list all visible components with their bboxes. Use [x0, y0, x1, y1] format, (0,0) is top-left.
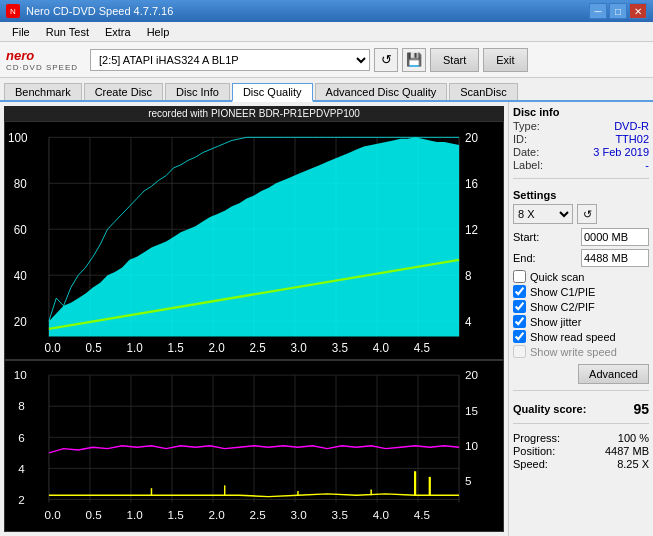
show-read-speed-checkbox[interactable] — [513, 330, 526, 343]
type-value: DVD-R — [614, 120, 649, 132]
tab-bar: Benchmark Create Disc Disc Info Disc Qua… — [0, 78, 653, 102]
label-value: - — [645, 159, 649, 171]
svg-text:20: 20 — [465, 131, 478, 145]
window-title: Nero CD-DVD Speed 4.7.7.16 — [26, 5, 173, 17]
date-label: Date: — [513, 146, 539, 158]
svg-text:3.5: 3.5 — [332, 341, 349, 355]
svg-text:0.0: 0.0 — [45, 341, 62, 355]
menu-help[interactable]: Help — [139, 24, 178, 40]
svg-text:4.0: 4.0 — [373, 341, 390, 355]
svg-text:4.0: 4.0 — [373, 510, 389, 522]
menu-file[interactable]: File — [4, 24, 38, 40]
menu-bar: File Run Test Extra Help — [0, 22, 653, 42]
settings-title: Settings — [513, 189, 649, 201]
position-value: 4487 MB — [605, 445, 649, 457]
start-field-label: Start: — [513, 231, 539, 243]
window-controls[interactable]: ─ □ ✕ — [589, 3, 647, 19]
disc-info-title: Disc info — [513, 106, 649, 118]
type-label: Type: — [513, 120, 540, 132]
svg-text:2: 2 — [18, 494, 25, 506]
right-panel: Disc info Type: DVD-R ID: TTH02 Date: 3 … — [508, 102, 653, 536]
tab-disc-info[interactable]: Disc Info — [165, 83, 230, 100]
drive-select[interactable]: [2:5] ATAPI iHAS324 A BL1P — [90, 49, 370, 71]
svg-text:0.5: 0.5 — [86, 341, 103, 355]
id-label: ID: — [513, 133, 527, 145]
speed-select[interactable]: 8 X — [513, 204, 573, 224]
speed-label: Speed: — [513, 458, 548, 470]
svg-text:60: 60 — [14, 223, 27, 237]
svg-text:80: 80 — [14, 177, 27, 191]
svg-text:4.5: 4.5 — [414, 341, 431, 355]
show-jitter-checkbox[interactable] — [513, 315, 526, 328]
advanced-button[interactable]: Advanced — [578, 364, 649, 384]
quality-section: Quality score: 95 — [513, 401, 649, 417]
svg-text:12: 12 — [465, 223, 478, 237]
tab-disc-quality[interactable]: Disc Quality — [232, 83, 313, 102]
svg-text:16: 16 — [465, 177, 478, 191]
show-c1pie-label: Show C1/PIE — [530, 286, 595, 298]
settings-section: Settings 8 X ↺ Start: End: Quick scan — [513, 189, 649, 384]
tab-advanced-disc-quality[interactable]: Advanced Disc Quality — [315, 83, 448, 100]
close-button[interactable]: ✕ — [629, 3, 647, 19]
tab-create-disc[interactable]: Create Disc — [84, 83, 163, 100]
main-content: recorded with PIONEER BDR-PR1EPDVPP100 — [0, 102, 653, 536]
svg-text:8: 8 — [465, 269, 472, 283]
toolbar: nero CD·DVD SPEED [2:5] ATAPI iHAS324 A … — [0, 42, 653, 78]
speed-refresh-button[interactable]: ↺ — [577, 204, 597, 224]
svg-text:3.5: 3.5 — [332, 510, 348, 522]
svg-text:3.0: 3.0 — [291, 341, 308, 355]
quick-scan-checkbox[interactable] — [513, 270, 526, 283]
top-chart-panel: 20 16 12 8 4 100 80 60 40 20 0.0 0.5 1.0… — [4, 121, 504, 360]
end-field-label: End: — [513, 252, 536, 264]
nero-logo: nero — [6, 48, 78, 63]
menu-extra[interactable]: Extra — [97, 24, 139, 40]
exit-button[interactable]: Exit — [483, 48, 527, 72]
start-field[interactable] — [581, 228, 649, 246]
show-c1pie-checkbox[interactable] — [513, 285, 526, 298]
refresh-icon-btn[interactable]: ↺ — [374, 48, 398, 72]
top-chart-svg: 20 16 12 8 4 100 80 60 40 20 0.0 0.5 1.0… — [5, 122, 503, 359]
minimize-button[interactable]: ─ — [589, 3, 607, 19]
svg-text:20: 20 — [14, 314, 27, 328]
bottom-chart-panel: 10 8 6 4 2 20 15 10 5 0.0 0.5 1.0 1.5 2.… — [4, 360, 504, 532]
svg-text:10: 10 — [14, 370, 27, 382]
maximize-button[interactable]: □ — [609, 3, 627, 19]
menu-run-test[interactable]: Run Test — [38, 24, 97, 40]
bottom-chart-svg: 10 8 6 4 2 20 15 10 5 0.0 0.5 1.0 1.5 2.… — [5, 361, 503, 531]
svg-text:40: 40 — [14, 269, 27, 283]
svg-text:1.5: 1.5 — [168, 510, 184, 522]
tab-scan-disc[interactable]: ScanDisc — [449, 83, 517, 100]
app-icon: N — [6, 4, 20, 18]
show-read-speed-label: Show read speed — [530, 331, 616, 343]
svg-text:0.0: 0.0 — [45, 510, 61, 522]
show-jitter-label: Show jitter — [530, 316, 581, 328]
svg-text:4: 4 — [465, 314, 472, 328]
tab-benchmark[interactable]: Benchmark — [4, 83, 82, 100]
save-icon-btn[interactable]: 💾 — [402, 48, 426, 72]
show-c2pif-checkbox[interactable] — [513, 300, 526, 313]
end-field[interactable] — [581, 249, 649, 267]
svg-text:2.0: 2.0 — [209, 341, 226, 355]
svg-text:100: 100 — [8, 131, 28, 145]
quick-scan-label: Quick scan — [530, 271, 584, 283]
svg-text:2.5: 2.5 — [250, 510, 266, 522]
svg-text:2.0: 2.0 — [209, 510, 225, 522]
svg-text:10: 10 — [465, 441, 478, 453]
svg-text:0.5: 0.5 — [86, 510, 102, 522]
show-c2pif-label: Show C2/PIF — [530, 301, 595, 313]
start-button[interactable]: Start — [430, 48, 479, 72]
label-label: Label: — [513, 159, 543, 171]
svg-text:1.5: 1.5 — [168, 341, 185, 355]
id-value: TTH02 — [615, 133, 649, 145]
svg-text:1.0: 1.0 — [127, 510, 143, 522]
position-label: Position: — [513, 445, 555, 457]
show-write-speed-checkbox[interactable] — [513, 345, 526, 358]
svg-text:1.0: 1.0 — [127, 341, 144, 355]
date-value: 3 Feb 2019 — [593, 146, 649, 158]
progress-label: Progress: — [513, 432, 560, 444]
progress-section: Progress: 100 % Position: 4487 MB Speed:… — [513, 432, 649, 471]
title-bar: N Nero CD-DVD Speed 4.7.7.16 ─ □ ✕ — [0, 0, 653, 22]
progress-value: 100 % — [618, 432, 649, 444]
quality-label: Quality score: — [513, 403, 586, 415]
chart-area: recorded with PIONEER BDR-PR1EPDVPP100 — [4, 106, 504, 532]
